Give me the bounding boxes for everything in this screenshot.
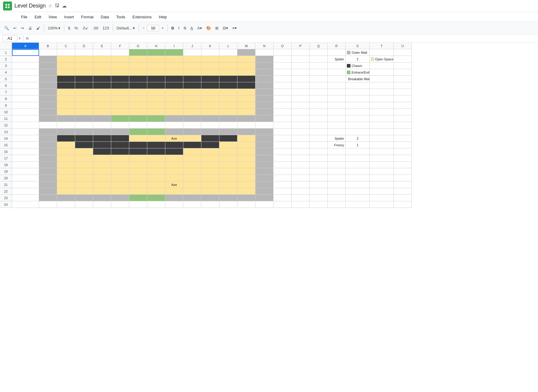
cell-C8[interactable] — [57, 96, 75, 102]
cell-A10[interactable] — [12, 109, 39, 115]
strikethrough-button[interactable]: S — [182, 25, 188, 32]
cell-C20[interactable] — [57, 175, 75, 181]
cell-F4[interactable] — [111, 69, 129, 76]
cell-M8[interactable] — [237, 96, 255, 102]
cell-D4[interactable] — [75, 69, 93, 76]
cell-L22[interactable] — [219, 188, 237, 195]
cell-F24[interactable] — [111, 201, 129, 208]
decrease-decimal[interactable]: .0↙ — [80, 25, 90, 32]
cell-C11[interactable] — [57, 115, 75, 122]
cell-reference-input[interactable] — [2, 35, 17, 41]
cell-H4[interactable] — [147, 69, 165, 76]
cell-K8[interactable] — [201, 96, 219, 102]
cell-C12[interactable] — [57, 122, 75, 129]
cell-J22[interactable] — [183, 188, 201, 195]
col-header-G[interactable]: G — [129, 43, 147, 49]
cell-B12[interactable] — [39, 122, 57, 129]
cell-L2[interactable] — [219, 56, 237, 62]
cell-E6[interactable] — [93, 82, 111, 89]
cell-G24[interactable] — [129, 201, 147, 208]
cell-N15[interactable] — [255, 142, 274, 148]
cell-J14[interactable] — [183, 135, 201, 142]
col-header-I[interactable]: I — [165, 43, 183, 49]
cell-B17[interactable] — [39, 155, 57, 162]
cell-E19[interactable] — [93, 168, 111, 175]
cell-C9[interactable] — [57, 102, 75, 109]
col-header-P[interactable]: P — [292, 43, 310, 49]
cell-C13[interactable] — [57, 129, 75, 135]
cell-M19[interactable] — [237, 168, 255, 175]
cell-D12[interactable] — [75, 122, 93, 129]
cell-M9[interactable] — [237, 102, 255, 109]
cell-I6[interactable] — [165, 82, 183, 89]
cell-A13[interactable] — [12, 129, 39, 135]
cell-C24[interactable] — [57, 201, 75, 208]
cell-A23[interactable] — [12, 195, 39, 201]
cell-C15[interactable] — [57, 142, 75, 148]
cell-I3[interactable] — [165, 62, 183, 69]
cell-E18[interactable] — [93, 162, 111, 168]
cell-N13[interactable] — [255, 129, 274, 135]
cell-I11[interactable] — [165, 115, 183, 122]
cell-J12[interactable] — [183, 122, 201, 129]
borders-button[interactable]: ⊞ — [213, 25, 220, 32]
cell-F6[interactable] — [111, 82, 129, 89]
cell-G11[interactable] — [129, 115, 147, 122]
cell-N19[interactable] — [255, 168, 274, 175]
cell-J23[interactable] — [183, 195, 201, 201]
cell-B22[interactable] — [39, 188, 57, 195]
cell-B14[interactable] — [39, 135, 57, 142]
cell-C7[interactable] — [57, 89, 75, 96]
cell-L14[interactable] — [219, 135, 237, 142]
cell-N4[interactable] — [255, 69, 274, 76]
cell-H1[interactable] — [147, 49, 165, 56]
cell-I10[interactable] — [165, 109, 183, 115]
col-header-R[interactable]: R — [328, 43, 346, 49]
cell-I4[interactable] — [165, 69, 183, 76]
cell-F7[interactable] — [111, 89, 129, 96]
cell-D13[interactable] — [75, 129, 93, 135]
cell-A6[interactable] — [12, 82, 39, 89]
underline-button[interactable]: A — [189, 25, 195, 32]
cell-K4[interactable] — [201, 69, 219, 76]
increase-decimal[interactable]: .00 — [91, 25, 100, 32]
cell-N2[interactable] — [255, 56, 274, 62]
cell-B13[interactable] — [39, 129, 57, 135]
cell-Q1[interactable] — [310, 49, 328, 56]
cell-A16[interactable] — [12, 148, 39, 155]
cell-G8[interactable] — [129, 96, 147, 102]
cell-M17[interactable] — [237, 155, 255, 162]
cell-K11[interactable] — [201, 115, 219, 122]
cell-C6[interactable] — [57, 82, 75, 89]
cell-L23[interactable] — [219, 195, 237, 201]
cell-O2[interactable] — [274, 56, 292, 62]
cell-K19[interactable] — [201, 168, 219, 175]
cell-K24[interactable] — [201, 201, 219, 208]
cell-R1[interactable] — [328, 49, 346, 56]
cell-F22[interactable] — [111, 188, 129, 195]
cell-H17[interactable] — [147, 155, 165, 162]
cell-E16[interactable] — [93, 148, 111, 155]
cell-I14-axe[interactable]: Axe — [165, 135, 183, 142]
cell-B19[interactable] — [39, 168, 57, 175]
menu-extensions[interactable]: Extensions — [130, 14, 155, 20]
cell-B2[interactable] — [39, 56, 57, 62]
cell-O1[interactable] — [274, 49, 292, 56]
cell-G3[interactable] — [129, 62, 147, 69]
cell-F15[interactable] — [111, 142, 129, 148]
cell-J16[interactable] — [183, 148, 201, 155]
col-header-N[interactable]: N — [255, 43, 274, 49]
cell-E11[interactable] — [93, 115, 111, 122]
cell-F1[interactable] — [111, 49, 129, 56]
cell-G23[interactable] — [129, 195, 147, 201]
cell-G7[interactable] — [129, 89, 147, 96]
decrease-font[interactable]: − — [141, 25, 147, 32]
cell-K9[interactable] — [201, 102, 219, 109]
cell-L15[interactable] — [219, 142, 237, 148]
col-header-D[interactable]: D — [75, 43, 93, 49]
cell-H14[interactable] — [147, 135, 165, 142]
cell-B10[interactable] — [39, 109, 57, 115]
cell-M14[interactable] — [237, 135, 255, 142]
cell-M10[interactable] — [237, 109, 255, 115]
cell-I16[interactable] — [165, 148, 183, 155]
